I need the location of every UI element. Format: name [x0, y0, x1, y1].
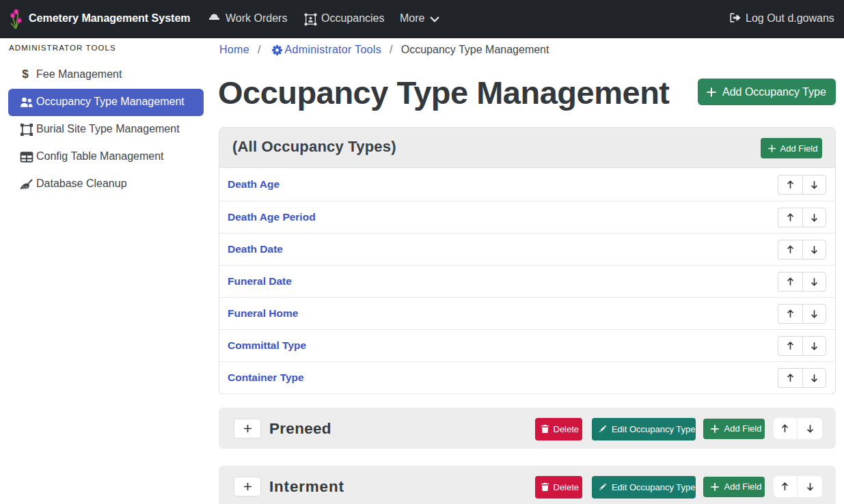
- svg-text:$: $: [22, 68, 29, 81]
